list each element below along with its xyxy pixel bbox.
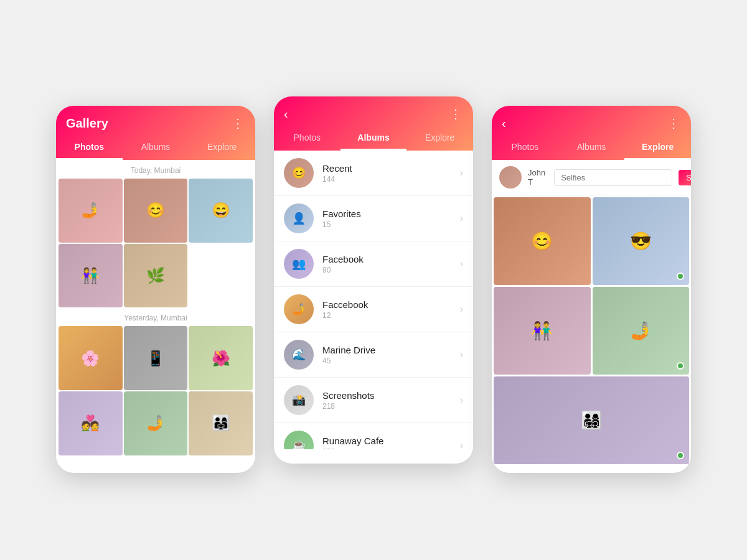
phone-albums: ‹ ⋮ Photos Albums Explore 😊 Recent 144 ›: [274, 96, 473, 464]
online-dot: [677, 362, 684, 370]
gallery-header: Gallery ⋮ Photos Albums Explore: [56, 106, 255, 160]
album-count: 45: [322, 357, 460, 365]
album-count: 12: [322, 311, 460, 320]
album-thumb: 👥: [284, 249, 314, 279]
album-item-recent[interactable]: 😊 Recent 144 ›: [274, 151, 473, 196]
album-name: Facebook: [322, 254, 460, 264]
album-item-facebook[interactable]: 👥 Facebook 90 ›: [274, 241, 473, 287]
album-count: 144: [322, 175, 460, 184]
tab-photos[interactable]: Photos: [274, 126, 341, 151]
chevron-icon: ›: [460, 440, 463, 449]
album-name: Favorites: [322, 208, 460, 219]
photo-cell[interactable]: 💑: [59, 391, 123, 455]
chevron-down-icon: ⌄⌄: [582, 471, 601, 473]
date-today: Today, Mumbai: [56, 160, 255, 179]
scroll-down-indicator[interactable]: ⌄⌄: [492, 466, 691, 473]
explore-photo-5[interactable]: 👨‍👩‍👧‍👦: [494, 376, 689, 464]
back-icon[interactable]: ‹: [284, 107, 288, 121]
phone-gallery: Gallery ⋮ Photos Albums Explore Today, M…: [56, 106, 255, 473]
tab-albums[interactable]: Albums: [558, 136, 625, 160]
search-input[interactable]: [554, 169, 672, 186]
gallery-body: Today, Mumbai 🤳 😊 😄 👫 🌿 Yesterday, Mumba…: [56, 160, 255, 465]
tab-explore[interactable]: Explore: [624, 136, 691, 160]
chevron-icon: ›: [460, 394, 463, 406]
explore-photo-1[interactable]: 😊: [494, 197, 591, 285]
album-item-runaway-cafe[interactable]: ☕ Runaway Cafe 876 ›: [274, 423, 473, 449]
albums-tabs: Photos Albums Explore: [274, 126, 473, 151]
date-yesterday: Yesterday, Mumbai: [56, 307, 255, 326]
back-icon[interactable]: ‹: [502, 116, 506, 131]
album-thumb: 👤: [284, 203, 314, 233]
tab-photos[interactable]: Photos: [492, 136, 558, 160]
avatar: [499, 166, 522, 189]
album-item-favorites[interactable]: 👤 Favorites 15 ›: [274, 196, 473, 241]
tab-explore[interactable]: Explore: [189, 136, 255, 160]
explore-search-bar: John T Search: [492, 160, 691, 195]
photo-cell[interactable]: 👨‍👩‍👧: [189, 391, 253, 455]
online-dot: [677, 273, 684, 280]
albums-body: 😊 Recent 144 › 👤 Favorites 15 ›: [274, 151, 473, 449]
chevron-icon: ›: [460, 258, 463, 269]
tab-albums[interactable]: Albums: [123, 136, 189, 160]
photo-cell[interactable]: 😄: [189, 179, 253, 243]
album-thumb: 🌊: [284, 340, 314, 370]
gallery-title: Gallery: [66, 116, 108, 131]
album-name: Runaway Cafe: [322, 436, 460, 446]
tab-photos[interactable]: Photos: [56, 136, 123, 160]
tab-albums[interactable]: Albums: [341, 126, 407, 151]
online-dot: [677, 452, 684, 459]
photo-grid-today: 🤳 😊 😄 👫 🌿: [56, 179, 255, 307]
photo-cell[interactable]: 📱: [124, 326, 188, 390]
album-count: 876: [322, 447, 460, 450]
album-name: Recent: [322, 163, 460, 174]
album-item-marine-drive[interactable]: 🌊 Marine Drive 45 ›: [274, 332, 473, 378]
tab-explore[interactable]: Explore: [406, 126, 473, 151]
explore-photo-4[interactable]: 🤳: [593, 287, 690, 375]
photo-cell[interactable]: 🌺: [189, 326, 253, 390]
photo-cell[interactable]: 🤳: [124, 391, 188, 455]
album-item-faccebook[interactable]: 🤳 Faccebook 12 ›: [274, 287, 473, 332]
chevron-icon: ›: [460, 304, 463, 315]
phone-explore: ‹ ⋮ Photos Albums Explore John T Search …: [492, 106, 691, 473]
album-name: Marine Drive: [322, 345, 460, 355]
chevron-icon: ›: [460, 213, 463, 224]
menu-dots-icon[interactable]: ⋮: [667, 116, 681, 131]
user-name: John T: [528, 168, 545, 187]
album-thumb: 😊: [284, 158, 314, 188]
album-count: 90: [322, 266, 460, 274]
gallery-tabs: Photos Albums Explore: [56, 136, 255, 160]
photo-cell[interactable]: 😊: [124, 179, 188, 243]
explore-tabs: Photos Albums Explore: [492, 136, 691, 160]
explore-photo-3[interactable]: 👫: [494, 287, 591, 375]
photo-cell[interactable]: 🌿: [124, 244, 188, 308]
explore-header: ‹ ⋮ Photos Albums Explore: [492, 106, 691, 160]
album-count: 15: [322, 220, 460, 229]
album-name: Faccebook: [322, 299, 460, 310]
photo-cell-empty: [189, 244, 253, 308]
chevron-icon: ›: [460, 167, 463, 179]
photo-cell[interactable]: 🤳: [59, 179, 123, 243]
explore-grid: 😊 😎 👫 🤳 👨‍👩‍👧‍👦: [492, 195, 691, 466]
scene: Gallery ⋮ Photos Albums Explore Today, M…: [31, 87, 716, 473]
photo-grid-yesterday: 🌸 📱 🌺 💑 🤳 👨‍👩‍👧: [56, 326, 255, 455]
explore-photo-2[interactable]: 😎: [593, 197, 690, 285]
album-thumb: ☕: [284, 431, 314, 449]
album-name: Screenshots: [322, 390, 460, 401]
search-button[interactable]: Search: [679, 170, 691, 185]
chevron-icon: ›: [460, 349, 463, 360]
photo-cell[interactable]: 👫: [59, 244, 123, 308]
album-thumb: 🤳: [284, 294, 314, 324]
menu-dots-icon[interactable]: ⋮: [449, 106, 463, 121]
album-item-screenshots[interactable]: 📸 Screenshots 218 ›: [274, 378, 473, 423]
albums-header: ‹ ⋮ Photos Albums Explore: [274, 96, 473, 151]
album-count: 218: [322, 402, 460, 411]
album-thumb: 📸: [284, 385, 314, 415]
menu-dots-icon[interactable]: ⋮: [232, 116, 245, 131]
photo-cell[interactable]: 🌸: [59, 326, 123, 390]
